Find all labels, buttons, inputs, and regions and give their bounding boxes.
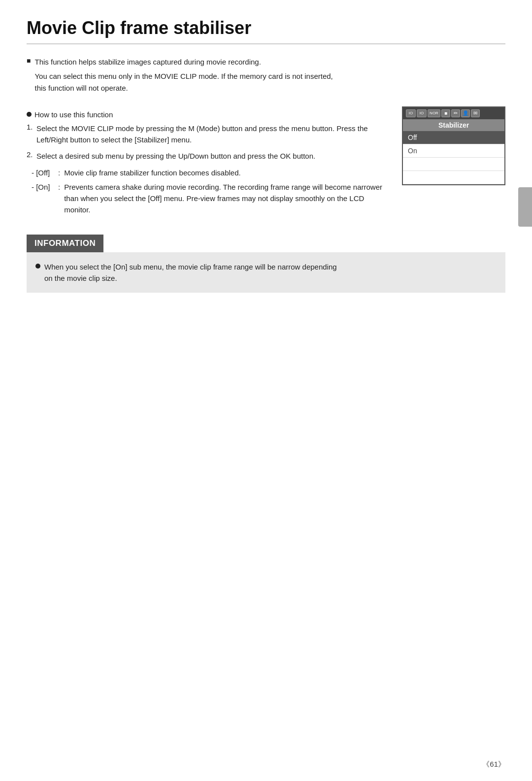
page-title: Movie Clip frame stabiliser — [27, 18, 505, 44]
toolbar-icon-2: IO — [417, 109, 427, 117]
step-2-text: Select a desired sub menu by pressing th… — [36, 150, 315, 162]
toolbar-icon-5: ✏ — [451, 109, 460, 117]
sub-item-off-colon: : — [58, 167, 60, 178]
toolbar-icon-nor: NOR — [428, 109, 440, 117]
intro-bullet-icon: ■ — [27, 57, 31, 102]
toolbar-icon-7: ✉ — [471, 109, 480, 117]
intro-line2: You can select this menu only in the MOV… — [34, 70, 332, 94]
menu-title-bar: Stabilizer — [403, 119, 504, 131]
sub-item-on-colon: : — [58, 181, 60, 216]
information-header: INFORMATION — [27, 235, 103, 252]
step-1-text: Select the MOVIE CLIP mode by pressing t… — [36, 123, 386, 146]
information-body: When you select the [On] sub menu, the m… — [27, 252, 505, 293]
how-to-bullet — [27, 112, 32, 117]
side-tab — [518, 187, 532, 227]
step-1-number: 1. — [27, 123, 36, 146]
sub-item-on-desc: Prevents camera shake during movie recor… — [64, 181, 386, 216]
how-to-label: How to use this function — [34, 110, 113, 119]
page-number: 《61》 — [482, 760, 505, 769]
sub-item-off-desc: Movie clip frame stabilizer function bec… — [64, 167, 241, 178]
toolbar-icon-4: ■ — [441, 109, 450, 117]
information-section: INFORMATION When you select the [On] sub… — [27, 235, 505, 293]
menu-item-off: Off — [403, 131, 504, 144]
sub-item-off-label: - [Off] — [32, 167, 55, 178]
intro-line1: This function helps stabilize images cap… — [34, 56, 332, 68]
step-2-number: 2. — [27, 150, 36, 162]
menu-item-empty-1 — [403, 158, 504, 171]
menu-item-on: On — [403, 144, 504, 158]
camera-toolbar: IO IO NOR ■ ✏ 👤 ✉ — [403, 107, 504, 119]
toolbar-icon-1: IO — [406, 109, 416, 117]
camera-menu-widget: IO IO NOR ■ ✏ 👤 ✉ Stabilizer Off On — [402, 106, 505, 185]
toolbar-icon-6: 👤 — [461, 109, 470, 117]
info-bullet-circle — [35, 264, 40, 269]
menu-item-empty-2 — [403, 171, 504, 184]
sub-item-on-label: - [On] — [32, 181, 55, 216]
info-text: When you select the [On] sub menu, the m… — [44, 261, 337, 284]
